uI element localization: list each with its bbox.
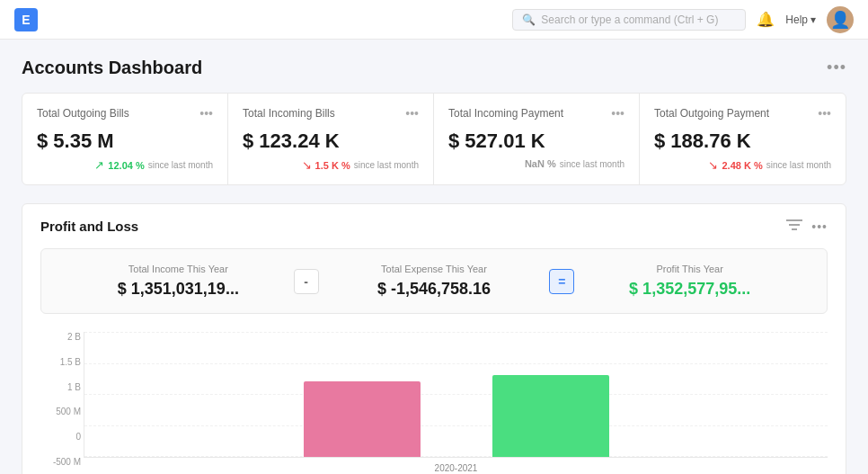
y-label: 500 M bbox=[40, 407, 81, 416]
card-total-incoming-payment: Total Incoming Payment ••• $ 527.01 K Na… bbox=[434, 94, 640, 184]
income-summary: Total Income This Year $ 1,351,031,19... bbox=[63, 264, 294, 299]
top-navigation: E 🔍 Search or type a command (Ctrl + G) … bbox=[0, 0, 868, 40]
card-total-outgoing-bills: Total Outgoing Bills ••• $ 5.35 M 12.04 … bbox=[22, 94, 228, 184]
card-since: since last month bbox=[766, 160, 831, 170]
profit-loss-section: Profit and Loss ••• Total Income This Ye… bbox=[22, 203, 846, 474]
card-percentage: NaN % bbox=[525, 158, 556, 169]
card-percentage: 2.48 K % bbox=[722, 160, 762, 171]
card-since: since last month bbox=[354, 160, 419, 170]
income-bar-group bbox=[304, 381, 421, 457]
expense-value: $ -1,546,758.16 bbox=[319, 280, 550, 299]
app-logo: E bbox=[14, 8, 38, 31]
notification-bell-button[interactable]: 🔔 bbox=[757, 11, 775, 28]
expense-summary: Total Expense This Year $ -1,546,758.16 bbox=[319, 264, 550, 299]
card-header: Total Outgoing Payment ••• bbox=[654, 106, 831, 121]
filter-button[interactable] bbox=[786, 219, 802, 234]
card-value: $ 123.24 K bbox=[243, 130, 419, 153]
pl-options-button[interactable]: ••• bbox=[811, 219, 828, 234]
equals-symbol: = bbox=[549, 269, 574, 294]
card-options-button[interactable]: ••• bbox=[405, 106, 419, 121]
main-content: Accounts Dashboard ••• Total Outgoing Bi… bbox=[0, 40, 868, 474]
pl-summary-row: Total Income This Year $ 1,351,031,19...… bbox=[40, 248, 828, 314]
card-options-button[interactable]: ••• bbox=[611, 106, 624, 121]
card-footer: 12.04 % since last month bbox=[37, 158, 213, 172]
y-label: 2 B bbox=[40, 332, 81, 342]
search-placeholder: Search or type a command (Ctrl + G) bbox=[541, 13, 718, 26]
trend-arrow-icon bbox=[94, 158, 104, 172]
card-footer: 1.5 K % since last month bbox=[243, 158, 419, 172]
y-label: -500 M bbox=[40, 457, 81, 467]
minus-symbol: - bbox=[294, 269, 319, 294]
card-header: Total Outgoing Bills ••• bbox=[37, 106, 213, 121]
card-header: Total Incoming Payment ••• bbox=[448, 106, 624, 121]
card-title: Total Outgoing Payment bbox=[654, 107, 769, 120]
card-title: Total Outgoing Bills bbox=[37, 107, 129, 120]
card-footer: 2.48 K % since last month bbox=[654, 158, 831, 172]
income-label: Total Income This Year bbox=[63, 264, 294, 274]
avatar[interactable]: 👤 bbox=[827, 6, 854, 33]
card-footer: NaN % since last month bbox=[448, 158, 624, 169]
trend-arrow-icon bbox=[302, 158, 312, 172]
help-button[interactable]: Help ▾ bbox=[785, 13, 816, 26]
card-value: $ 527.01 K bbox=[448, 130, 624, 153]
y-label: 1 B bbox=[40, 382, 81, 392]
expense-label: Total Expense This Year bbox=[319, 264, 550, 274]
y-label: 1.5 B bbox=[40, 357, 81, 367]
chart-inner: 2020-2021 bbox=[84, 332, 828, 458]
card-title: Total Incoming Payment bbox=[448, 107, 563, 120]
pl-title: Profit and Loss bbox=[40, 219, 138, 234]
page-header: Accounts Dashboard ••• bbox=[22, 58, 846, 78]
card-options-button[interactable]: ••• bbox=[818, 106, 831, 121]
card-value: $ 188.76 K bbox=[654, 130, 831, 153]
card-since: since last month bbox=[560, 159, 624, 169]
card-header: Total Incoming Bills ••• bbox=[243, 106, 419, 121]
y-label: 0 bbox=[40, 432, 81, 442]
profit-value: $ 1,352,577,95... bbox=[574, 280, 805, 299]
card-value: $ 5.35 M bbox=[37, 130, 213, 153]
bars-container bbox=[84, 332, 828, 457]
profit-label: Profit This Year bbox=[574, 264, 805, 274]
chart-container: 2 B 1.5 B 1 B 500 M 0 -500 M bbox=[40, 332, 828, 474]
card-percentage: 1.5 K % bbox=[315, 160, 350, 171]
income-bar bbox=[304, 381, 421, 457]
income-value: $ 1,351,031,19... bbox=[63, 280, 294, 299]
page-title: Accounts Dashboard bbox=[22, 58, 202, 78]
trend-arrow-icon bbox=[708, 158, 718, 172]
summary-cards: Total Outgoing Bills ••• $ 5.35 M 12.04 … bbox=[22, 93, 846, 185]
filter-icon bbox=[786, 219, 802, 231]
card-percentage: 12.04 % bbox=[108, 160, 144, 171]
card-since: since last month bbox=[148, 160, 213, 170]
page-options-button[interactable]: ••• bbox=[827, 58, 846, 77]
card-title: Total Incoming Bills bbox=[243, 107, 335, 120]
card-total-incoming-bills: Total Incoming Bills ••• $ 123.24 K 1.5 … bbox=[228, 94, 434, 184]
search-icon: 🔍 bbox=[522, 13, 536, 26]
profit-summary: Profit This Year $ 1,352,577,95... bbox=[574, 264, 805, 299]
card-total-outgoing-payment: Total Outgoing Payment ••• $ 188.76 K 2.… bbox=[640, 94, 846, 184]
y-axis: 2 B 1.5 B 1 B 500 M 0 -500 M bbox=[40, 332, 81, 467]
card-options-button[interactable]: ••• bbox=[199, 106, 213, 121]
x-axis-label: 2020-2021 bbox=[435, 463, 478, 473]
pl-header: Profit and Loss ••• bbox=[40, 219, 828, 234]
search-bar[interactable]: 🔍 Search or type a command (Ctrl + G) bbox=[512, 9, 746, 31]
pl-actions: ••• bbox=[786, 219, 828, 234]
profit-bar-group bbox=[492, 375, 609, 457]
profit-bar bbox=[492, 375, 609, 457]
